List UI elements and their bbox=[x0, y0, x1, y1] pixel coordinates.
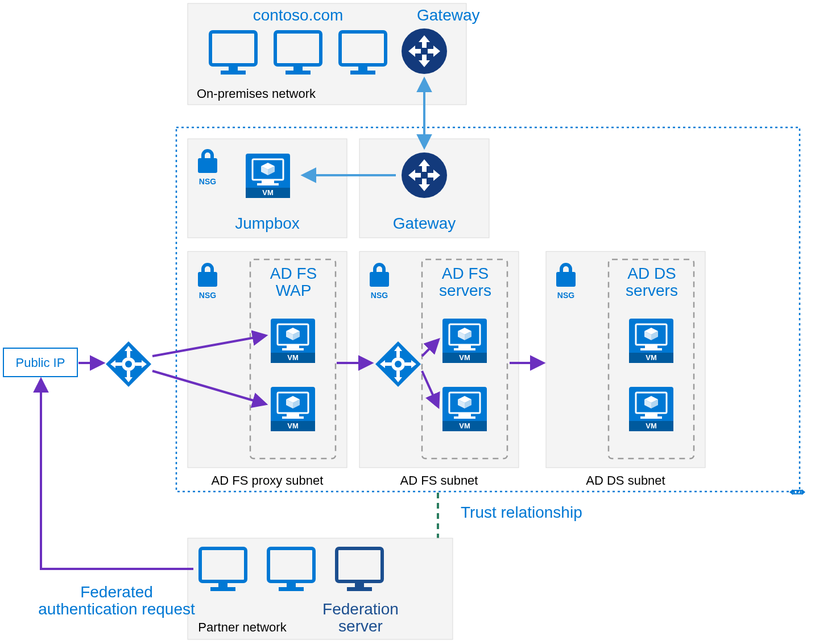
jumpbox-label: Jumpbox bbox=[235, 214, 300, 232]
federation-label1: Federation bbox=[322, 600, 399, 618]
nsg-label: NSG bbox=[199, 177, 216, 186]
adfs-proxy-caption: AD FS proxy subnet bbox=[212, 473, 324, 488]
jumpbox-box: NSG Jumpbox bbox=[188, 139, 347, 238]
nsg-label: NSG bbox=[199, 291, 216, 300]
adfs-wap-title2: WAP bbox=[276, 282, 312, 299]
onprem-network-box: contoso.com Gateway On-premises network bbox=[188, 3, 480, 105]
vm-icon bbox=[442, 387, 487, 431]
federation-label2: server bbox=[338, 617, 383, 635]
vm-icon bbox=[629, 387, 673, 431]
nsg-label: NSG bbox=[557, 291, 574, 300]
federated-label2: authentication request bbox=[38, 600, 195, 618]
trust-label: Trust relationship bbox=[461, 503, 582, 521]
adfs-title2: servers bbox=[439, 282, 491, 299]
azure-gateway-label: Gateway bbox=[393, 214, 456, 232]
vnet-icon bbox=[789, 489, 805, 495]
nsg-label: NSG bbox=[371, 291, 388, 300]
vm-icon bbox=[629, 319, 673, 363]
public-ip-label: Public IP bbox=[16, 356, 65, 370]
federated-label1: Federated bbox=[80, 583, 153, 601]
azure-gateway-box: Gateway bbox=[359, 139, 489, 238]
onprem-caption: On-premises network bbox=[197, 86, 316, 101]
onprem-gateway-label: Gateway bbox=[417, 6, 480, 24]
adds-title: AD DS bbox=[627, 265, 676, 282]
federated-request-arrow bbox=[41, 380, 193, 569]
adds-title2: servers bbox=[626, 282, 678, 299]
vm-icon bbox=[271, 319, 315, 363]
partner-caption: Partner network bbox=[198, 620, 287, 634]
adds-caption: AD DS subnet bbox=[586, 473, 665, 488]
adfs-proxy-box: NSG AD FS WAP bbox=[188, 251, 347, 468]
adds-box: NSG AD DS servers bbox=[546, 251, 705, 468]
onprem-title: contoso.com bbox=[253, 6, 344, 24]
public-ip-box: Public IP bbox=[3, 348, 77, 377]
vm-icon bbox=[442, 319, 487, 363]
vm-icon bbox=[271, 387, 315, 431]
adfs-wap-title: AD FS bbox=[270, 265, 317, 282]
adfs-caption: AD FS subnet bbox=[400, 473, 478, 488]
gateway-icon bbox=[402, 28, 447, 74]
load-balancer-icon bbox=[106, 341, 151, 387]
gateway-icon bbox=[402, 152, 447, 198]
partner-network-box: Partner network Federation server bbox=[188, 538, 453, 639]
adfs-title: AD FS bbox=[442, 265, 489, 282]
vm-icon bbox=[246, 154, 290, 198]
svg-rect-27 bbox=[355, 581, 364, 587]
svg-rect-28 bbox=[347, 587, 372, 591]
